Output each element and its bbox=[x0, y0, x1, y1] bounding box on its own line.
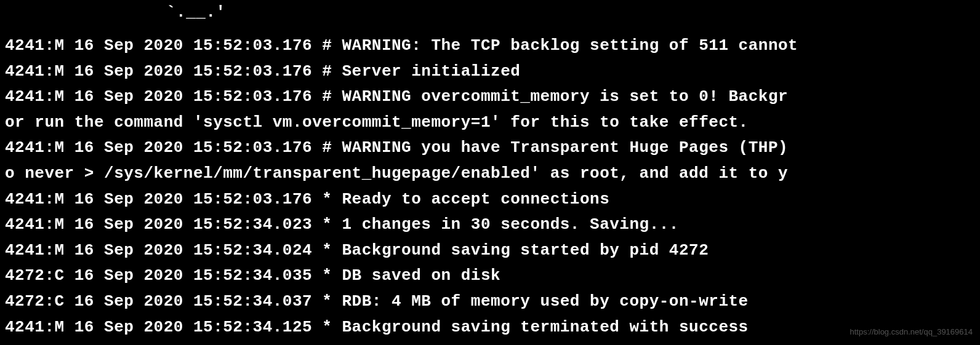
log-line: 4241:M 16 Sep 2020 15:52:03.176 * Ready … bbox=[5, 187, 975, 213]
log-line: 4241:M 16 Sep 2020 15:52:34.023 * 1 chan… bbox=[5, 212, 975, 238]
log-line: or run the command 'sysctl vm.overcommit… bbox=[5, 110, 975, 136]
log-line: 4241:M 16 Sep 2020 15:52:03.176 # WARNIN… bbox=[5, 84, 975, 110]
log-line: 4241:M 16 Sep 2020 15:52:34.024 * Backgr… bbox=[5, 238, 975, 264]
log-line: 4272:C 16 Sep 2020 15:52:34.035 * DB sav… bbox=[5, 263, 975, 289]
log-line: 4241:M 16 Sep 2020 15:52:34.125 * Backgr… bbox=[5, 315, 975, 341]
log-line: 4272:C 16 Sep 2020 15:52:34.037 * RDB: 4… bbox=[5, 289, 975, 315]
log-line: 4241:M 16 Sep 2020 15:52:03.176 # WARNIN… bbox=[5, 33, 975, 59]
log-line: 4241:M 16 Sep 2020 15:52:03.176 # Server… bbox=[5, 59, 975, 85]
ascii-art-fragment: `.__.' bbox=[166, 0, 226, 26]
terminal-output: 4241:M 16 Sep 2020 15:52:03.176 # WARNIN… bbox=[5, 33, 975, 340]
log-line: o never > /sys/kernel/mm/transparent_hug… bbox=[5, 161, 975, 187]
watermark-text: https://blog.csdn.net/qq_39169614 bbox=[850, 326, 973, 339]
log-line: 4241:M 16 Sep 2020 15:52:03.176 # WARNIN… bbox=[5, 135, 975, 161]
